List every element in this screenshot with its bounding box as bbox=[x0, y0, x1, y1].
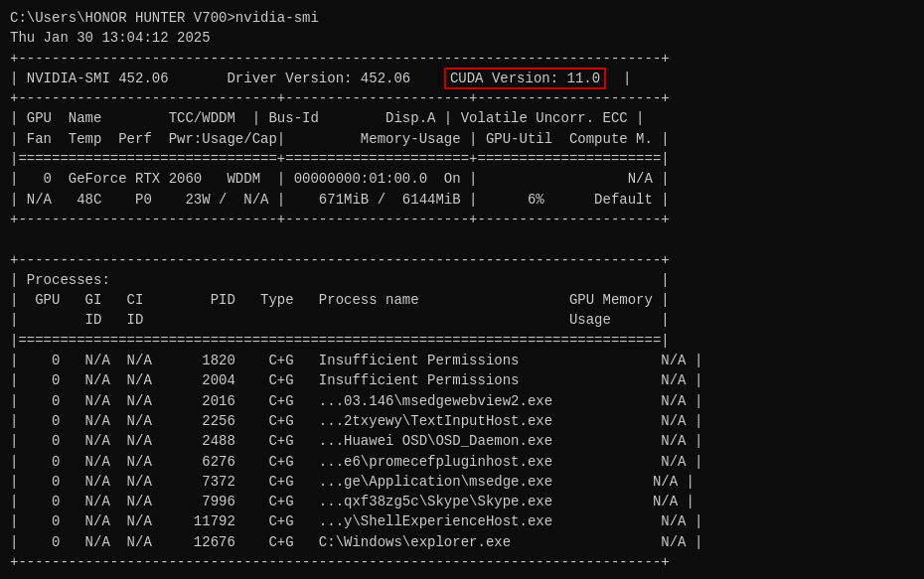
terminal-window: C:\Users\HONOR HUNTER V700>nvidia-smi Th… bbox=[0, 0, 924, 579]
table-row: | 0 N/A N/A 12676 C+G C:\Windows\explore… bbox=[10, 532, 914, 552]
nvidia-row: | NVIDIA-SMI 452.06 Driver Version: 452.… bbox=[10, 69, 914, 88]
cuda-version-highlight: CUDA Version: 11.0 bbox=[444, 68, 606, 89]
table-row: | 0 N/A N/A 7996 C+G ...qxf38zg5c\Skype\… bbox=[10, 492, 914, 511]
proc-col2: | ID ID Usage | bbox=[10, 310, 914, 330]
date-line: Thu Jan 30 13:04:12 2025 bbox=[10, 28, 914, 48]
table-row: | 0 N/A N/A 11792 C+G ...y\ShellExperien… bbox=[10, 511, 914, 531]
table-row: | 0 N/A N/A 1820 C+G Insufficient Permis… bbox=[10, 351, 914, 370]
sep2: +-------------------------------+-------… bbox=[10, 88, 914, 108]
sep5: +---------------------------------------… bbox=[10, 250, 914, 270]
table-row: | 0 N/A N/A 6276 C+G ...e6\promecefplugi… bbox=[10, 452, 914, 472]
sep6: |=======================================… bbox=[10, 331, 914, 351]
gpu-row1: | 0 GeForce RTX 2060 WDDM | 00000000:01:… bbox=[10, 169, 914, 189]
table-row: | 0 N/A N/A 2016 C+G ...03.146\msedgeweb… bbox=[10, 391, 914, 411]
prompt-line: C:\Users\HONOR HUNTER V700>nvidia-smi bbox=[10, 8, 914, 28]
header1: | GPU Name TCC/WDDM | Bus-Id Disp.A | Vo… bbox=[10, 108, 914, 128]
sep1: +---------------------------------------… bbox=[10, 49, 914, 69]
proc-header: | Processes: | bbox=[10, 270, 914, 290]
sep3: |===============================+=======… bbox=[10, 149, 914, 169]
table-row: | 0 N/A N/A 2256 C+G ...2txyewy\TextInpu… bbox=[10, 411, 914, 431]
table-row: | 0 N/A N/A 2488 C+G ...Huawei OSD\OSD_D… bbox=[10, 431, 914, 451]
table-row: | 0 N/A N/A 2004 C+G Insufficient Permis… bbox=[10, 370, 914, 390]
blank-line bbox=[10, 229, 914, 249]
gpu-row2: | N/A 48C P0 23W / N/A | 671MiB / 6144Mi… bbox=[10, 190, 914, 210]
sep4: +-------------------------------+-------… bbox=[10, 210, 914, 229]
header2: | Fan Temp Perf Pwr:Usage/Cap| Memory-Us… bbox=[10, 129, 914, 149]
sep7: +---------------------------------------… bbox=[10, 552, 914, 572]
process-list: | 0 N/A N/A 1820 C+G Insufficient Permis… bbox=[10, 351, 914, 552]
proc-col1: | GPU GI CI PID Type Process name GPU Me… bbox=[10, 290, 914, 310]
table-row: | 0 N/A N/A 7372 C+G ...ge\Application\m… bbox=[10, 472, 914, 492]
